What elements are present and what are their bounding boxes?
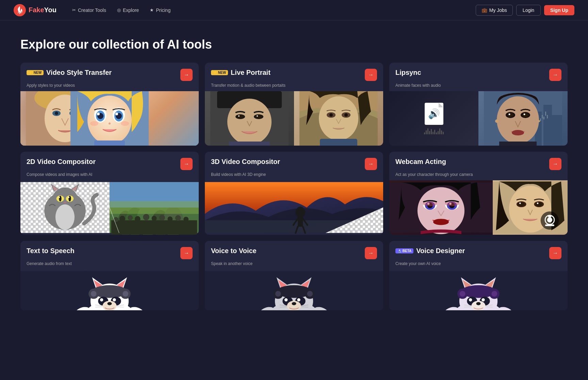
svg-point-37 [329, 113, 333, 117]
card-subtitle: Build videos with AI 3D engine [205, 172, 383, 180]
nav-explore[interactable]: ◎ Explore [112, 5, 144, 16]
tool-card-voice-to-voice[interactable]: Voice to Voice → Speak in another voice [205, 241, 383, 310]
nav-creator-tools[interactable]: ✂ Creator Tools [67, 5, 111, 16]
2d-image [20, 180, 199, 235]
badge-new: ⚡ NEW [27, 70, 44, 75]
card-arrow-button[interactable]: → [365, 247, 377, 259]
card-arrow-button[interactable]: → [180, 247, 193, 259]
card-image [389, 269, 568, 310]
card-arrow-button[interactable]: → [549, 247, 561, 259]
card-title: 3D Video Compositor [211, 158, 280, 166]
tool-card-voice-designer[interactable]: 🔬 BETA Voice Designer → Create your own … [389, 241, 568, 310]
svg-point-104 [296, 206, 305, 218]
nav-creator-tools-label: Creator Tools [78, 7, 106, 13]
svg-point-61 [538, 120, 540, 122]
svg-point-93 [175, 215, 181, 221]
svg-rect-39 [320, 139, 357, 146]
svg-point-126 [536, 202, 542, 206]
svg-point-125 [518, 202, 525, 206]
star-icon: ★ [150, 7, 154, 13]
svg-point-54 [507, 113, 513, 117]
svg-point-169 [292, 302, 296, 305]
my-jobs-button[interactable]: 💼 My Jobs [476, 5, 513, 16]
card-title-row: Lipsync [395, 69, 421, 77]
brand-name: FakeYou [29, 6, 56, 14]
svg-rect-59 [499, 142, 537, 146]
briefcase-icon: 💼 [481, 7, 487, 13]
svg-point-131 [547, 217, 552, 222]
svg-point-27 [237, 115, 244, 118]
svg-rect-46 [540, 118, 541, 121]
tool-card-3d-compositor[interactable]: 3D Video Compositor → Build videos with … [205, 152, 383, 235]
svg-point-30 [257, 115, 258, 117]
svg-point-90 [152, 216, 157, 221]
card-header: ⚡ NEW Live Portrait → [205, 63, 383, 83]
nav-pricing[interactable]: ★ Pricing [145, 5, 175, 16]
card-image [205, 180, 383, 235]
svg-point-167 [297, 298, 300, 301]
svg-point-187 [481, 298, 485, 301]
card-title: Live Portrait [231, 69, 271, 77]
svg-point-146 [100, 298, 103, 301]
svg-point-86 [119, 216, 125, 221]
svg-point-87 [128, 215, 133, 220]
svg-point-55 [522, 113, 528, 117]
tool-card-video-style-transfer[interactable]: ⚡ NEW Video Style Transfer → Apply style… [20, 63, 199, 146]
card-title-area: ⚡ NEW Live Portrait [211, 69, 271, 77]
svg-point-19 [90, 121, 98, 126]
login-button[interactable]: Login [516, 5, 541, 16]
brand-logo[interactable]: FakeYou [14, 4, 56, 16]
card-arrow-button[interactable]: → [180, 69, 193, 81]
tool-card-2d-compositor[interactable]: 2D Video Compositor → Compose videos and… [20, 152, 199, 235]
svg-point-109 [418, 187, 464, 234]
card-arrow-button[interactable]: → [549, 69, 561, 81]
svg-point-77 [55, 204, 75, 230]
tool-card-live-portrait[interactable]: ⚡ NEW Live Portrait → Transfer motion & … [205, 63, 383, 146]
card-title-area: 🔬 BETA Voice Designer [395, 247, 465, 255]
card-header: Text to Speech → [20, 241, 199, 261]
svg-point-89 [143, 214, 149, 220]
svg-point-75 [59, 197, 60, 198]
card-image [20, 91, 199, 146]
card-arrow-button[interactable]: → [180, 158, 193, 170]
card-arrow-button[interactable]: → [549, 158, 561, 170]
svg-point-73 [59, 196, 61, 201]
svg-rect-132 [545, 225, 554, 226]
nav-pricing-label: Pricing [156, 7, 170, 13]
svg-point-147 [113, 298, 116, 301]
card-title-row: Webcam Acting [395, 158, 446, 166]
card-header: Voice to Voice → [205, 241, 383, 261]
main-content: Explore our collection of AI tools ⚡ NEW… [0, 20, 588, 324]
svg-line-171 [280, 307, 287, 307]
card-header: 3D Video Compositor → [205, 152, 383, 172]
svg-point-128 [537, 202, 539, 204]
card-image: 🔊 [389, 91, 568, 146]
svg-point-57 [524, 114, 525, 115]
svg-point-51 [497, 96, 539, 144]
card-image [20, 269, 199, 310]
svg-rect-31 [229, 142, 270, 146]
navbar-right: 💼 My Jobs Login Sign Up [476, 5, 574, 16]
card-title-area: 2D Video Compositor [27, 158, 96, 166]
scissors-icon: ✂ [72, 7, 76, 13]
svg-rect-21 [94, 141, 125, 146]
signup-button[interactable]: Sign Up [544, 5, 574, 15]
card-arrow-button[interactable]: → [365, 158, 377, 170]
card-header: Webcam Acting → [389, 152, 568, 172]
tool-card-text-to-speech[interactable]: Text to Speech → Generate audio from tex… [20, 241, 199, 310]
svg-point-92 [167, 216, 173, 221]
svg-point-28 [255, 115, 262, 118]
card-title: Video Style Transfer [46, 69, 112, 77]
nav-explore-label: Explore [123, 7, 139, 13]
tool-card-webcam-acting[interactable]: Webcam Acting → Act as your character th… [389, 152, 568, 235]
svg-point-20 [121, 121, 129, 126]
card-subtitle: Create your own AI voice [389, 261, 568, 269]
svg-point-162 [275, 291, 281, 297]
card-image [205, 91, 383, 146]
tool-card-lipsync[interactable]: Lipsync → Animate faces with audio 🔊 [389, 63, 568, 146]
card-image [205, 269, 383, 310]
card-arrow-button[interactable]: → [365, 69, 377, 81]
svg-point-18 [109, 122, 111, 125]
card-title-row: ⚡ NEW Video Style Transfer [27, 69, 112, 77]
card-subtitle: Compose videos and images with AI [20, 172, 199, 180]
